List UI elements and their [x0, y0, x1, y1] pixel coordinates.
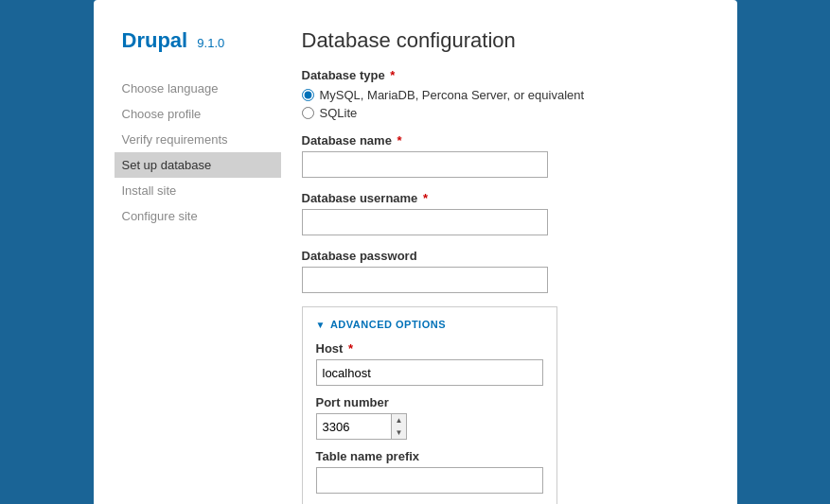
port-number-label: Port number	[316, 395, 543, 409]
port-input-wrap: ▲ ▼	[316, 413, 543, 440]
advanced-options-toggle[interactable]: ▼ Advanced Options	[316, 319, 543, 330]
sidebar-item-choose-language[interactable]: Choose language	[122, 76, 274, 101]
database-name-group: Database name *	[302, 133, 709, 178]
table-name-prefix-input[interactable]	[316, 467, 543, 494]
chevron-down-icon: ▼	[316, 320, 326, 330]
main-card: Drupal 9.1.0 Choose language Choose prof…	[94, 0, 737, 504]
database-username-group: Database username *	[302, 191, 709, 235]
logo-version: 9.1.0	[197, 36, 224, 50]
database-password-group: Database password	[302, 249, 709, 293]
host-field-group: Host *	[316, 341, 543, 386]
advanced-options-box: ▼ Advanced Options Host * Port number ▲ …	[302, 306, 557, 504]
required-star-db-user: *	[419, 191, 428, 205]
database-password-input[interactable]	[302, 267, 548, 293]
radio-mysql[interactable]: MySQL, MariaDB, Percona Server, or equiv…	[302, 88, 709, 102]
sidebar-item-verify-requirements[interactable]: Verify requirements	[122, 127, 274, 152]
sidebar-item-install-site[interactable]: Install site	[122, 178, 274, 203]
sidebar-item-choose-profile[interactable]: Choose profile	[122, 101, 274, 127]
host-input[interactable]	[316, 359, 543, 386]
radio-sqlite-input[interactable]	[302, 107, 314, 119]
main-content: Database configuration Database type * M…	[292, 28, 709, 504]
required-star-host: *	[344, 341, 353, 356]
logo-name: Drupal	[122, 28, 188, 52]
sidebar-item-configure-site[interactable]: Configure site	[122, 203, 274, 229]
database-username-label: Database username *	[302, 191, 709, 205]
host-label: Host *	[316, 341, 543, 356]
required-star-db-type: *	[387, 68, 396, 82]
port-spin-up-button[interactable]: ▲	[392, 414, 407, 426]
port-number-input[interactable]	[316, 413, 392, 440]
radio-mysql-input[interactable]	[302, 89, 314, 101]
logo-area: Drupal 9.1.0	[122, 28, 274, 53]
page-title: Database configuration	[302, 28, 709, 53]
table-name-prefix-field-group: Table name prefix	[316, 449, 543, 494]
radio-sqlite[interactable]: SQLite	[302, 106, 709, 120]
database-password-label: Database password	[302, 249, 709, 263]
database-username-input[interactable]	[302, 209, 548, 235]
required-star-db-name: *	[394, 133, 402, 148]
port-spin-down-button[interactable]: ▼	[392, 426, 407, 439]
table-name-prefix-label: Table name prefix	[316, 449, 543, 463]
database-type-label: Database type *	[302, 68, 709, 82]
port-spinners: ▲ ▼	[392, 413, 408, 440]
port-number-field-group: Port number ▲ ▼	[316, 395, 543, 440]
nav-list: Choose language Choose profile Verify re…	[122, 76, 274, 229]
drupal-logo: Drupal	[122, 28, 194, 52]
database-type-group: Database type * MySQL, MariaDB, Percona …	[302, 68, 709, 120]
database-name-input[interactable]	[302, 151, 548, 178]
sidebar: Drupal 9.1.0 Choose language Choose prof…	[122, 28, 292, 504]
database-name-label: Database name *	[302, 133, 709, 148]
sidebar-item-set-up-database[interactable]: Set up database	[115, 152, 281, 178]
